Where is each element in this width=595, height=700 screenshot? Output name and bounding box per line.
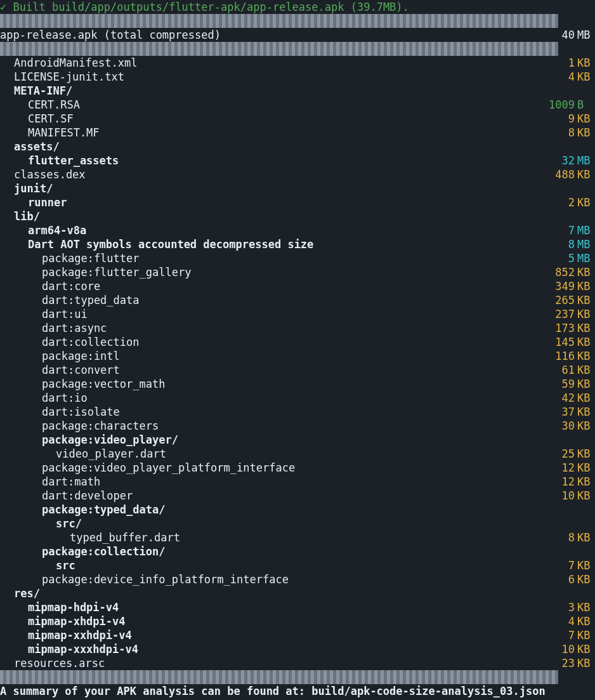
- entry-name: dart:convert: [42, 363, 120, 377]
- entry-name: dart:async: [42, 321, 107, 335]
- entry-size: 30: [546, 419, 577, 433]
- table-row: res/: [0, 586, 595, 600]
- apk-total-unit: MB: [577, 28, 595, 42]
- entry-name: CERT.SF: [28, 112, 74, 126]
- entry-size: 5: [546, 251, 577, 265]
- entry-name: package:video_player/: [42, 433, 178, 447]
- table-row: package:video_player_platform_interface1…: [0, 461, 595, 475]
- table-row: arm64-v8a7MB: [0, 223, 595, 237]
- entry-size: 10: [546, 642, 577, 656]
- table-row: resources.arsc23KB: [0, 656, 595, 670]
- entry-size: 12: [546, 461, 577, 475]
- entry-size: 42: [546, 391, 577, 405]
- table-row: src/: [0, 517, 595, 531]
- entry-size: 8: [546, 126, 577, 140]
- built-path: build/app/outputs/flutter-apk/app-releas…: [52, 0, 409, 14]
- size-table: AndroidManifest.xml1KBLICENSE-junit.txt4…: [0, 56, 595, 670]
- built-prefix: Built: [6, 0, 52, 14]
- entry-unit: KB: [577, 405, 595, 419]
- divider-top: [0, 14, 558, 28]
- table-row: MANIFEST.MF8KB: [0, 126, 595, 140]
- table-row: Dart AOT symbols accounted decompressed …: [0, 237, 595, 251]
- table-row: src7KB: [0, 558, 595, 572]
- table-row: package:flutter5MB: [0, 251, 595, 265]
- table-row: package:flutter_gallery852KB: [0, 265, 595, 279]
- table-row: dart:async173KB: [0, 321, 595, 335]
- entry-size: 4: [546, 614, 577, 628]
- table-row: dart:convert61KB: [0, 363, 595, 377]
- entry-name: resources.arsc: [14, 656, 105, 670]
- entry-name: META-INF/: [14, 84, 72, 98]
- entry-size: 32: [546, 154, 577, 168]
- entry-size: 3: [546, 600, 577, 614]
- entry-name: package:device_info_platform_interface: [42, 572, 289, 586]
- entry-size: 25: [546, 447, 577, 461]
- entry-unit: KB: [577, 321, 595, 335]
- entry-name: MANIFEST.MF: [28, 126, 100, 140]
- entry-name: dart:isolate: [42, 405, 120, 419]
- table-row: CERT.SF9KB: [0, 112, 595, 126]
- entry-name: dart:typed_data: [42, 293, 140, 307]
- entry-unit: KB: [577, 126, 595, 140]
- entry-unit: KB: [577, 600, 595, 614]
- checkmark-icon: ✓: [0, 0, 6, 14]
- table-row: typed_buffer.dart8KB: [0, 531, 595, 545]
- entry-size: 59: [546, 377, 577, 391]
- table-row: AndroidManifest.xml1KB: [0, 56, 595, 70]
- entry-name: dart:core: [42, 279, 100, 293]
- divider-after-header: [0, 42, 558, 56]
- entry-unit: KB: [577, 572, 595, 586]
- table-row: package:intl116KB: [0, 349, 595, 363]
- entry-size: 349: [546, 279, 577, 293]
- entry-name: package:flutter_gallery: [42, 265, 191, 279]
- entry-size: 4: [546, 70, 577, 84]
- table-row: dart:collection145KB: [0, 335, 595, 349]
- entry-size: 145: [546, 335, 577, 349]
- apk-title: app-release.apk (total compressed): [0, 28, 221, 42]
- entry-size: 9: [546, 112, 577, 126]
- entry-unit: KB: [577, 614, 595, 628]
- apk-total-size: 40: [562, 28, 577, 42]
- entry-size: 852: [546, 265, 577, 279]
- entry-unit: KB: [577, 112, 595, 126]
- table-row: dart:developer10KB: [0, 489, 595, 503]
- entry-unit: KB: [577, 363, 595, 377]
- entry-size: 116: [546, 349, 577, 363]
- entry-name: dart:ui: [42, 307, 88, 321]
- table-row: dart:math12KB: [0, 475, 595, 489]
- table-row: junit/: [0, 182, 595, 195]
- entry-unit: MB: [577, 251, 595, 265]
- entry-size: 7: [546, 628, 577, 642]
- table-row: dart:ui237KB: [0, 307, 595, 321]
- entry-unit: MB: [577, 154, 595, 168]
- table-row: runner2KB: [0, 195, 595, 209]
- entry-size: 7: [546, 223, 577, 237]
- table-row: dart:core349KB: [0, 279, 595, 293]
- entry-size: 7: [546, 558, 577, 572]
- table-row: package:device_info_platform_interface6K…: [0, 572, 595, 586]
- entry-name: package:collection/: [42, 545, 165, 558]
- divider-bottom: [0, 670, 558, 684]
- summary-text: A summary of your APK analysis can be fo…: [0, 684, 546, 698]
- entry-size: 237: [546, 307, 577, 321]
- entry-unit: MB: [577, 237, 595, 251]
- apk-header-row: app-release.apk (total compressed) 40 MB: [0, 28, 595, 42]
- entry-size: 1: [546, 56, 577, 70]
- entry-unit: KB: [577, 70, 595, 84]
- entry-size: 8: [546, 531, 577, 545]
- entry-name: typed_buffer.dart: [70, 531, 180, 545]
- table-row: package:collection/: [0, 545, 595, 558]
- table-row: package:video_player/: [0, 433, 595, 447]
- entry-name: junit/: [14, 182, 53, 195]
- table-row: dart:isolate37KB: [0, 405, 595, 419]
- table-row: package:vector_math59KB: [0, 377, 595, 391]
- entry-name: package:video_player_platform_interface: [42, 461, 295, 475]
- entry-name: video_player.dart: [56, 447, 166, 461]
- entry-unit: KB: [577, 447, 595, 461]
- table-row: META-INF/: [0, 84, 595, 98]
- entry-size: 8: [546, 237, 577, 251]
- table-row: mipmap-xxhdpi-v47KB: [0, 628, 595, 642]
- entry-size: 265: [546, 293, 577, 307]
- entry-name: flutter_assets: [28, 154, 119, 168]
- entry-unit: KB: [577, 475, 595, 489]
